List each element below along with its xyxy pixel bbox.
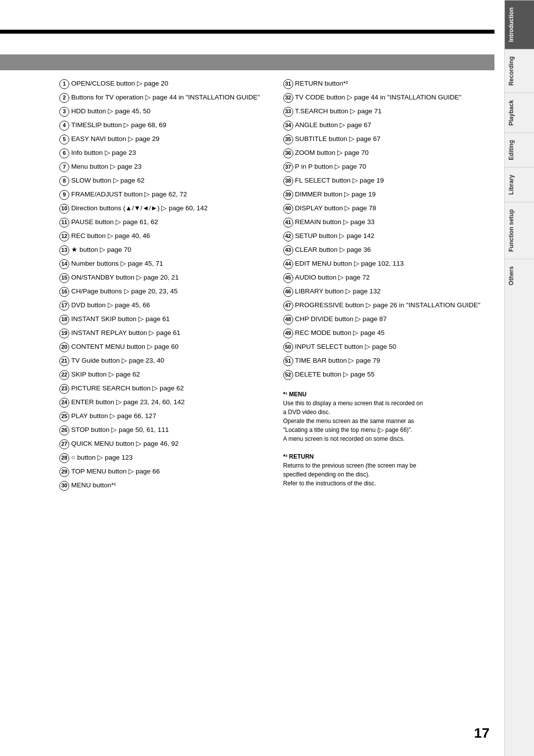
item-number: 6: [59, 148, 69, 158]
footnote: *² RETURNReturns to the previous screen …: [283, 452, 488, 488]
page-number: 17: [474, 725, 490, 741]
item-number: 12: [59, 232, 69, 241]
item-number: 14: [59, 259, 69, 269]
list-item: 24ENTER button ▷ page 23, 24, 60, 142: [59, 398, 264, 408]
item-text: AUDIO button ▷ page 72: [295, 273, 488, 283]
item-text: ON/STANDBY button ▷ page 20, 21: [71, 273, 264, 283]
item-number: 33: [283, 107, 293, 117]
item-number: 27: [59, 439, 69, 449]
item-number: 10: [59, 204, 69, 214]
item-text: TIME BAR button ▷ page 79: [295, 356, 488, 366]
item-number: 24: [59, 398, 69, 408]
list-item: 34ANGLE button ▷ page 67: [283, 121, 488, 131]
item-number: 41: [283, 218, 293, 228]
item-number: 19: [59, 329, 69, 338]
item-text: MENU button*¹: [71, 481, 264, 490]
item-number: 30: [59, 481, 69, 491]
footnote-line: Operate the menu screen as the same mann…: [283, 418, 414, 425]
item-text: CH/Page buttons ▷ page 20, 23, 45: [71, 287, 264, 296]
list-item: 7Menu button ▷ page 23: [59, 162, 264, 172]
item-text: LIBRARY button ▷ page 132: [295, 287, 488, 296]
list-item: 1OPEN/CLOSE button ▷ page 20: [59, 79, 264, 89]
item-text: CONTENT MENU button ▷ page 60: [71, 342, 264, 352]
list-item: 46LIBRARY button ▷ page 132: [283, 287, 488, 297]
item-text: DVD button ▷ page 45, 66: [71, 301, 264, 310]
list-item: 27QUICK MENU button ▷ page 46, 92: [59, 439, 264, 449]
item-number: 16: [59, 287, 69, 297]
list-item: 43CLEAR button ▷ page 36: [283, 245, 488, 255]
item-number: 52: [283, 370, 293, 380]
list-item: 13★ button ▷ page 70: [59, 245, 264, 255]
item-number: 51: [283, 356, 293, 366]
footnote-ref: *¹ MENU: [283, 391, 307, 398]
list-item: 3HDD button ▷ page 45, 50: [59, 107, 264, 117]
item-number: 39: [283, 190, 293, 200]
item-number: 48: [283, 315, 293, 325]
list-item: 44EDIT MENU button ▷ page 102, 113: [283, 259, 488, 269]
item-text: INPUT SELECT button ▷ page 50: [295, 342, 488, 352]
item-text: Number buttons ▷ page 45, 71: [71, 259, 264, 269]
item-text: DELETE button ▷ page 55: [295, 370, 488, 379]
item-text: PAUSE button ▷ page 61, 62: [71, 218, 264, 227]
footnote-line: Use this to display a menu screen that i…: [283, 400, 423, 407]
item-number: 43: [283, 245, 293, 255]
item-text: P in P button ▷ page 70: [295, 162, 488, 172]
item-number: 22: [59, 370, 69, 380]
list-item: 22SKIP button ▷ page 62: [59, 370, 264, 380]
item-number: 47: [283, 301, 293, 311]
footnote-ref: *² RETURN: [283, 453, 314, 460]
item-text: TV CODE button ▷ page 44 in "INSTALLATIO…: [295, 93, 488, 102]
list-item: 21TV Guide button ▷ page 23, 40: [59, 356, 264, 366]
list-item: 32TV CODE button ▷ page 44 in "INSTALLAT…: [283, 93, 488, 103]
footnote-line: Returns to the previous screen (the scre…: [283, 462, 416, 469]
sidebar-section-function-setup: Function setup: [505, 202, 534, 259]
item-number: 17: [59, 301, 69, 311]
sidebar-section-editing: Editing: [505, 133, 534, 167]
footnote-line: "Locating a title using the top menu (▷ …: [283, 426, 413, 433]
list-item: 23PICTURE SEARCH button ▷ page 62: [59, 384, 264, 394]
list-item: 52DELETE button ▷ page 55: [283, 370, 488, 380]
item-number: 37: [283, 162, 293, 172]
item-text: ENTER button ▷ page 23, 24, 60, 142: [71, 398, 264, 407]
sidebar-section-others: Others: [505, 259, 534, 292]
list-item: 38FL SELECT button ▷ page 19: [283, 176, 488, 186]
item-number: 35: [283, 135, 293, 144]
item-text: PICTURE SEARCH button ▷ page 62: [71, 384, 264, 393]
item-number: 2: [59, 93, 69, 103]
item-text: REC button ▷ page 40, 46: [71, 232, 264, 241]
item-text: ★ button ▷ page 70: [71, 245, 264, 255]
item-number: 50: [283, 342, 293, 352]
item-number: 36: [283, 148, 293, 158]
sidebar: IntroductionRecordingPlaybackEditingLibr…: [504, 0, 534, 756]
item-text: HDD button ▷ page 45, 50: [71, 107, 264, 116]
item-number: 31: [283, 79, 293, 89]
list-item: 37P in P button ▷ page 70: [283, 162, 488, 172]
list-item: 12REC button ▷ page 40, 46: [59, 232, 264, 241]
item-number: 46: [283, 287, 293, 297]
item-number: 32: [283, 93, 293, 103]
item-number: 15: [59, 273, 69, 283]
list-item: 29TOP MENU button ▷ page 66: [59, 467, 264, 477]
item-number: 18: [59, 315, 69, 325]
list-item: 16CH/Page buttons ▷ page 20, 23, 45: [59, 287, 264, 297]
item-text: T.SEARCH button ▷ page 71: [295, 107, 488, 116]
item-text: ○ button ▷ page 123: [71, 453, 264, 463]
item-number: 4: [59, 121, 69, 131]
item-text: EDIT MENU button ▷ page 102, 113: [295, 259, 488, 269]
list-item: 42SETUP button ▷ page 142: [283, 232, 488, 241]
item-text: REC MODE button ▷ page 45: [295, 329, 488, 338]
list-item: 48CHP DIVIDE button ▷ page 87: [283, 315, 488, 325]
item-text: Direction buttons (▲/▼/◄/►) ▷ page 60, 1…: [71, 204, 264, 213]
item-number: 44: [283, 259, 293, 269]
item-number: 7: [59, 162, 69, 172]
list-item: 18INSTANT SKIP button ▷ page 61: [59, 315, 264, 325]
list-item: 9FRAME/ADJUST button ▷ page 62, 72: [59, 190, 264, 200]
item-number: 29: [59, 467, 69, 477]
list-item: 39DIMMER button ▷ page 19: [283, 190, 488, 200]
sidebar-section-recording: Recording: [505, 49, 534, 93]
sidebar-section-introduction: Introduction: [505, 0, 534, 49]
list-item: 36ZOOM button ▷ page 70: [283, 148, 488, 158]
list-item: 45AUDIO button ▷ page 72: [283, 273, 488, 283]
item-text: INSTANT REPLAY button ▷ page 61: [71, 329, 264, 338]
list-item: 4TIMESLIP button ▷ page 68, 69: [59, 121, 264, 131]
